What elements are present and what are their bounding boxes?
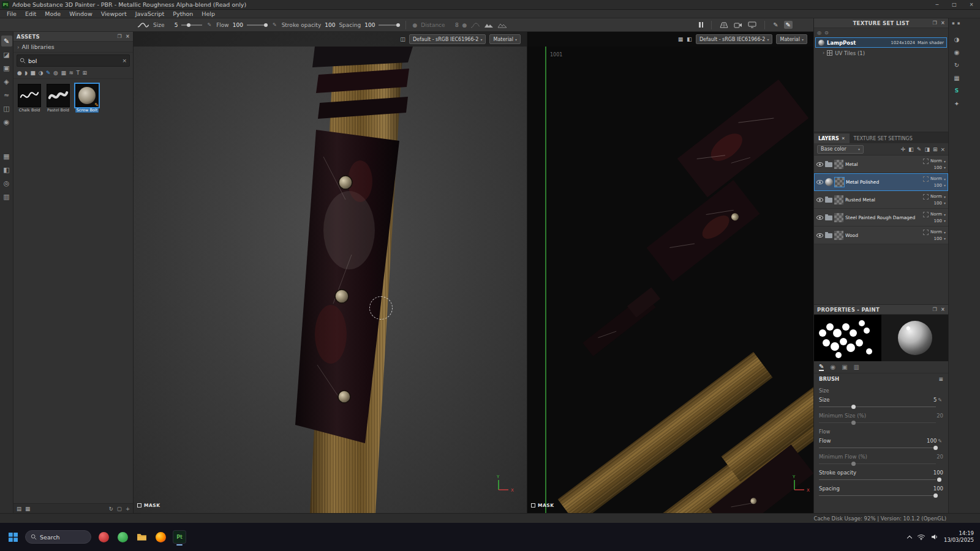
layer-visibility-icon[interactable]: [816, 162, 823, 167]
display-settings-panel-icon[interactable]: ◑: [952, 34, 962, 44]
layer-opacity[interactable]: 100▾: [934, 165, 946, 170]
size-param-pen-icon[interactable]: ✎: [938, 397, 942, 403]
layer-name[interactable]: Wood: [845, 233, 921, 238]
flow-param-slider[interactable]: [819, 445, 943, 451]
wifi-icon[interactable]: [917, 534, 925, 540]
material-sphere-thumbnail[interactable]: [825, 178, 833, 186]
layer-row-selected[interactable]: Metal Polished Norm▾ 100▾: [814, 173, 948, 191]
asset-item[interactable]: Pastel Bold: [46, 84, 70, 113]
layer-row[interactable]: Wood Norm▾ 100▾: [814, 227, 948, 244]
menu-javascript[interactable]: JavaScript: [131, 10, 169, 17]
volume-icon[interactable]: [931, 534, 938, 540]
layer-row[interactable]: Steel Painted Rough Damaged Norm▾ 100▾: [814, 209, 948, 227]
brush-stamp-preview[interactable]: [814, 315, 881, 361]
size-param-slider[interactable]: [819, 404, 943, 410]
tray-expand-icon[interactable]: [907, 535, 912, 540]
noise-filter-icon[interactable]: ≋: [69, 70, 74, 76]
layer-opacity[interactable]: 100▾: [934, 201, 946, 206]
close-panel-icon[interactable]: ×: [126, 34, 130, 39]
menu-python[interactable]: Python: [168, 10, 197, 17]
history-tool-icon[interactable]: ▥: [1, 191, 12, 202]
uv-islands-render[interactable]: 1001: [527, 47, 813, 513]
eraser-tool-icon[interactable]: ◪: [1, 49, 12, 60]
search-sets-icon[interactable]: ⊙: [824, 30, 829, 36]
layer-thumbnail-selected[interactable]: [835, 178, 844, 187]
close-tab-icon[interactable]: ×: [842, 136, 845, 141]
history-panel-icon[interactable]: ↻: [952, 60, 962, 70]
layer-row[interactable]: Metal Norm▾ 100▾: [814, 156, 948, 173]
layer-visibility-icon[interactable]: [816, 180, 823, 184]
layer-opacity[interactable]: 100▾: [934, 219, 946, 223]
text-filter-icon[interactable]: T: [76, 70, 80, 76]
layer-visibility-icon[interactable]: [816, 233, 823, 238]
blend-mode-dropdown[interactable]: Norm▾: [930, 159, 946, 163]
colorspace-dropdown-2d[interactable]: Default - sRGB IEC61966-2▾: [696, 34, 773, 44]
add-group-icon[interactable]: ⊞: [933, 146, 938, 152]
filter-filter-icon[interactable]: ◑: [39, 70, 43, 76]
viewer-settings-icon[interactable]: ◎: [1, 178, 12, 189]
close-panel-icon[interactable]: ×: [941, 20, 945, 26]
taskbar-app-red-icon[interactable]: [97, 530, 110, 544]
flow-param-pen-icon[interactable]: ✎: [938, 438, 942, 444]
add-fill-layer-icon[interactable]: ◧: [908, 146, 914, 152]
layer-opacity[interactable]: 100▾: [934, 183, 946, 188]
layer-name[interactable]: Steel Painted Rough Damaged: [845, 215, 921, 220]
dock-collapse-icon[interactable]: ▪: [952, 21, 955, 26]
menu-mode[interactable]: Mode: [40, 10, 65, 17]
layer-thumbnail[interactable]: [834, 213, 843, 222]
viewport-dock-icon[interactable]: ◫: [400, 36, 405, 42]
float-panel-icon[interactable]: ❐: [118, 34, 122, 39]
quick-mask-icon[interactable]: ▦: [1, 151, 12, 162]
brush-presets-menu-icon[interactable]: ≡: [938, 376, 943, 382]
mask-thumbnail[interactable]: [923, 176, 929, 182]
shader-settings-panel-icon[interactable]: ◉: [952, 47, 962, 57]
tab-texture-set-settings[interactable]: TEXTURE SET SETTINGS: [850, 133, 917, 143]
add-asset-icon[interactable]: +: [126, 506, 130, 512]
taskbar-search[interactable]: Search: [25, 530, 91, 544]
material-stroke-preview[interactable]: [881, 315, 948, 361]
spacing-value[interactable]: 100: [364, 22, 375, 28]
minimize-button[interactable]: ─: [929, 0, 946, 9]
expand-icon[interactable]: ▢: [117, 506, 122, 512]
layer-visibility-icon[interactable]: [816, 216, 823, 220]
clear-search-icon[interactable]: ×: [122, 58, 127, 64]
material-tab-icon[interactable]: ▥: [854, 364, 859, 370]
list-view-icon[interactable]: ▤: [17, 506, 21, 512]
grid-view-icon[interactable]: ▦: [25, 506, 30, 512]
colorspace-dropdown-3d[interactable]: Default - sRGB IEC61966-2▾: [409, 34, 486, 44]
layer-thumbnail[interactable]: [834, 195, 843, 204]
menu-help[interactable]: Help: [197, 10, 219, 17]
menu-viewport[interactable]: Viewport: [97, 10, 131, 17]
smudge-tool-icon[interactable]: ≈: [1, 89, 12, 100]
viewport-2d[interactable]: ▦ ◧ Default - sRGB IEC61966-2▾ Material▾…: [527, 32, 813, 513]
taskbar-app-green-icon[interactable]: [116, 530, 129, 544]
uv-grid-icon[interactable]: ▦: [678, 36, 684, 42]
spacing-param-value[interactable]: 100: [933, 485, 943, 492]
material-picker-tool-icon[interactable]: ◉: [1, 116, 12, 127]
close-button[interactable]: ×: [963, 0, 980, 9]
library-filter-dropdown[interactable]: › All libraries: [13, 42, 133, 53]
menu-file[interactable]: File: [2, 10, 21, 17]
projection-tool-icon[interactable]: ▣: [1, 62, 12, 73]
layer-name[interactable]: Metal Polished: [846, 179, 921, 185]
display-mode-dropdown-3d[interactable]: Material▾: [489, 34, 521, 44]
flow-param-value[interactable]: 100: [927, 438, 937, 444]
lamp-post-3d-render[interactable]: [134, 47, 527, 513]
stencil-tab-icon[interactable]: ▣: [842, 364, 847, 370]
clone-tool-icon[interactable]: ◫: [1, 103, 12, 114]
taskbar-painter-icon[interactable]: Pt: [173, 530, 186, 544]
spacing-slider[interactable]: [379, 23, 399, 28]
stroke-preview-icon[interactable]: [137, 21, 149, 29]
refresh-icon[interactable]: ↻: [109, 506, 113, 512]
tab-layers[interactable]: LAYERS×: [814, 133, 850, 143]
file-explorer-icon[interactable]: [135, 530, 148, 544]
layer-name[interactable]: Metal: [845, 162, 921, 167]
stroke-opacity-value[interactable]: 100: [325, 22, 335, 28]
add-paint-layer-icon[interactable]: ✎: [917, 146, 922, 152]
flow-slider[interactable]: [247, 23, 268, 28]
layer-name[interactable]: Rusted Metal: [845, 197, 921, 203]
flow-value[interactable]: 100: [233, 22, 243, 28]
maximize-button[interactable]: □: [946, 0, 963, 9]
asset-item-selected[interactable]: ✎ Screw Bolt: [75, 84, 99, 113]
blend-mode-dropdown[interactable]: Norm▾: [930, 230, 946, 234]
